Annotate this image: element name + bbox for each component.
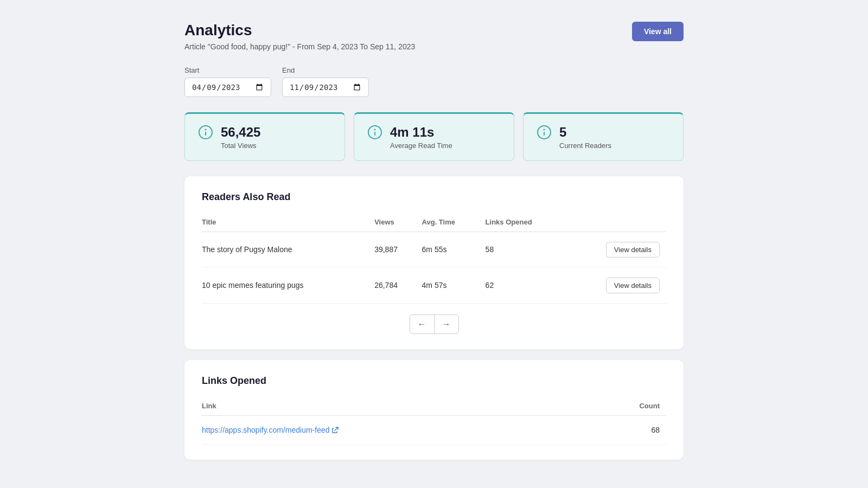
- info-icon-current-readers: [537, 125, 552, 140]
- col-action: [570, 214, 666, 232]
- readers-also-read-section: Readers Also Read Title Views Avg. Time …: [184, 176, 684, 349]
- svg-point-1: [205, 129, 207, 131]
- col-avg-time: Avg. Time: [422, 214, 486, 232]
- svg-point-7: [544, 129, 545, 131]
- svg-rect-2: [205, 132, 206, 136]
- start-date-input[interactable]: [184, 78, 271, 97]
- row-action: View details: [570, 232, 666, 267]
- avg-read-time-value: 4m 11s: [390, 125, 452, 140]
- total-views-label: Total Views: [221, 142, 260, 150]
- row-views: 26,784: [374, 267, 422, 303]
- readers-also-read-table: Title Views Avg. Time Links Opened The s…: [202, 214, 666, 304]
- row-title: The story of Pugsy Malone: [202, 232, 374, 267]
- svg-rect-5: [374, 132, 375, 136]
- readers-also-read-title: Readers Also Read: [202, 191, 666, 203]
- svg-point-4: [374, 129, 376, 131]
- pagination-row: ← →: [202, 314, 666, 334]
- stat-card-read-time: 4m 11s Average Read Time: [354, 112, 514, 161]
- row-views: 39,887: [374, 232, 422, 267]
- row-title: 10 epic memes featuring pugs: [202, 267, 374, 303]
- row-count: 68: [593, 415, 666, 444]
- current-readers-value: 5: [559, 125, 611, 140]
- stat-card-views: 56,425 Total Views: [184, 112, 345, 161]
- view-all-button[interactable]: View all: [632, 22, 684, 41]
- col-views: Views: [374, 214, 422, 232]
- row-link: https://apps.shopify.com/medium-feed: [202, 415, 593, 444]
- row-avg-time: 6m 55s: [422, 232, 486, 267]
- row-links-opened: 58: [486, 232, 570, 267]
- stat-card-current-readers: 5 Current Readers: [523, 112, 684, 161]
- start-date-label: Start: [184, 66, 271, 74]
- end-date-label: End: [282, 66, 369, 74]
- col-title: Title: [202, 214, 374, 232]
- view-details-button[interactable]: View details: [606, 242, 660, 258]
- table-row: The story of Pugsy Malone 39,887 6m 55s …: [202, 232, 666, 267]
- next-page-button[interactable]: →: [435, 314, 459, 334]
- stats-row: 56,425 Total Views 4m 11s Average Read T…: [184, 112, 684, 161]
- links-opened-table: Link Count https://apps.shopify.com/medi…: [202, 397, 666, 445]
- row-action: View details: [570, 267, 666, 303]
- table-row: 10 epic memes featuring pugs 26,784 4m 5…: [202, 267, 666, 303]
- col-links-opened: Links Opened: [486, 214, 570, 232]
- col-link: Link: [202, 397, 593, 416]
- end-date-input[interactable]: [282, 78, 369, 97]
- svg-rect-8: [544, 132, 545, 136]
- links-opened-title: Links Opened: [202, 375, 666, 387]
- row-avg-time: 4m 57s: [422, 267, 486, 303]
- link-url[interactable]: https://apps.shopify.com/medium-feed: [202, 426, 586, 434]
- total-views-value: 56,425: [221, 125, 260, 140]
- links-opened-section: Links Opened Link Count https://apps.sho…: [184, 360, 684, 460]
- table-row: https://apps.shopify.com/medium-feed 68: [202, 415, 666, 444]
- page-title: Analytics: [184, 22, 415, 39]
- page-subtitle: Article "Good food, happy pug!" - From S…: [184, 42, 415, 51]
- current-readers-label: Current Readers: [559, 142, 611, 150]
- prev-page-button[interactable]: ←: [410, 314, 435, 334]
- col-count: Count: [593, 397, 666, 416]
- external-link-icon: [332, 427, 339, 433]
- info-icon-views: [198, 125, 213, 140]
- view-details-button[interactable]: View details: [606, 278, 660, 293]
- avg-read-time-label: Average Read Time: [390, 142, 452, 150]
- row-links-opened: 62: [486, 267, 570, 303]
- info-icon-read-time: [367, 125, 382, 140]
